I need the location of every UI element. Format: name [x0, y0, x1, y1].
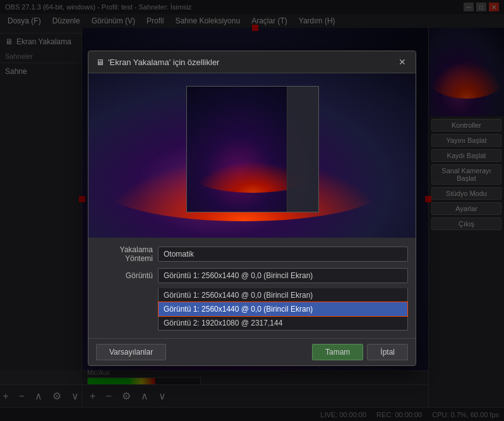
nested-obs-bg — [187, 87, 318, 212]
dropdown-option-2[interactable]: Görüntü 1: 2560x1440 @ 0,0 (Birincil Ekr… — [159, 302, 407, 316]
capture-method-label: Yakalama Yöntemi — [96, 245, 153, 263]
modal-overlay: 🖥 'Ekran Yakalama' için özellikler ✕ Yak… — [0, 0, 504, 421]
properties-modal: 🖥 'Ekran Yakalama' için özellikler ✕ Yak… — [88, 51, 416, 366]
modal-preview — [88, 73, 416, 238]
footer-right: Tamam İptal — [312, 344, 408, 360]
nested-obs-panel — [287, 87, 318, 212]
display-select[interactable]: Görüntü 1: 2560x1440 @ 0,0 (Birincil Ekr… — [158, 268, 408, 283]
modal-footer: Varsayılanlar Tamam İptal — [88, 338, 416, 365]
display-label: Görüntü — [96, 271, 153, 280]
monitor-icon-modal: 🖥 — [96, 58, 104, 67]
modal-title: 🖥 'Ekran Yakalama' için özellikler — [96, 58, 219, 67]
modal-close-button[interactable]: ✕ — [397, 56, 408, 68]
modal-body: Yakalama Yöntemi Otomatik Görüntü Görünt… — [88, 238, 416, 338]
dropdown-option-1[interactable]: Görüntü 1: 2560x1440 @ 0,0 (Birincil Ekr… — [159, 288, 407, 302]
nested-obs-preview — [186, 86, 319, 212]
display-row: Görüntü Görüntü 1: 2560x1440 @ 0,0 (Biri… — [96, 268, 408, 283]
modal-title-text: 'Ekran Yakalama' için özellikler — [108, 58, 219, 67]
capture-method-select[interactable]: Otomatik — [158, 247, 408, 262]
dropdown-list: Görüntü 1: 2560x1440 @ 0,0 (Birincil Ekr… — [158, 288, 408, 331]
dropdown-option-3[interactable]: Görüntü 2: 1920x1080 @ 2317,144 — [159, 316, 407, 330]
ok-button[interactable]: Tamam — [312, 344, 363, 360]
modal-header: 🖥 'Ekran Yakalama' için özellikler ✕ — [88, 51, 416, 73]
cancel-button[interactable]: İptal — [367, 344, 408, 360]
capture-method-row: Yakalama Yöntemi Otomatik — [96, 245, 408, 263]
defaults-button[interactable]: Varsayılanlar — [96, 344, 166, 360]
